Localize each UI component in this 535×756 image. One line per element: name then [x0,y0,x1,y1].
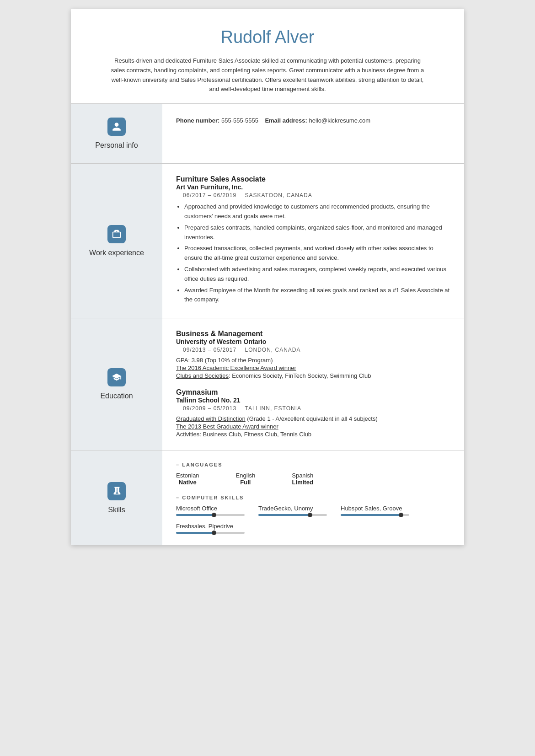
skill-microsoft: Microsoft Office [176,505,249,516]
skills-label: Skills [108,506,125,514]
award-1: The 2016 Academic Excellence Award winne… [176,365,450,371]
job-dates: 06/2017 – 06/2019 [183,192,236,198]
spanish-level: Limited [292,479,313,486]
skill-hubspot-fill [341,514,401,516]
language-english: English Full [236,472,256,486]
work-experience-left: Work experience [71,164,162,318]
skill-tradegecko-fill [258,514,310,516]
degree-2: Gymnasium [176,388,450,397]
skill-hubspot-name: Hubspot Sales, Groove [341,505,402,512]
skill-tradegecko-bar [258,514,327,516]
person-icon [112,122,122,132]
job-bullets: Approached and provided knowledge to cus… [176,202,450,305]
skills-grid: Microsoft Office TradeGecko, Unomy [176,505,450,516]
award-1-link: The 2016 Academic Excellence Award winne… [176,365,296,371]
personal-info-icon [107,118,126,136]
work-experience-icon [107,225,126,243]
job-date-location: 06/2017 – 06/2019 SASKATOON, CANADA [176,192,450,198]
languages-grid: Estonian Native English Full Spanish Lim… [176,472,450,486]
email-label: Email address: [265,117,307,124]
job-block: Furniture Sales Associate Art Van Furnit… [176,175,450,305]
school-2-dates: 09/2009 – 05/2013 TALLINN, ESTONIA [176,405,450,412]
school-2: Tallinn School No. 21 [176,397,450,404]
skill-microsoft-dot [212,513,216,517]
distinction-label: Graduated with Distinction [176,415,246,422]
english-level: Full [240,479,251,486]
personal-info-right: Phone number: 555-555-5555 Email address… [162,104,464,163]
language-estonian: Estonian Native [176,472,199,486]
school-1-dates: 09/2013 – 05/2017 LONDON, CANADA [176,347,450,353]
computer-skills-title: COMPUTER SKILLS [176,495,450,500]
award-2: The 2013 Best Graduate Award winner [176,423,450,430]
education-right: Business & Management University of West… [162,318,464,450]
languages-section: LANGUAGES Estonian Native English Full S… [176,462,450,486]
bullet-4: Collaborated with advertising and sales … [184,265,450,284]
resume-document: Rudolf Alver Results-driven and dedicate… [71,9,464,545]
job-location: SASKATOON, CANADA [245,192,312,198]
header-section: Rudolf Alver Results-driven and dedicate… [71,9,464,103]
education-left: Education [71,318,162,450]
edu-block-2: Gymnasium Tallinn School No. 21 09/2009 … [176,388,450,438]
skill-tradegecko-name: TradeGecko, Unomy [258,505,313,512]
estonian-level: Native [179,479,197,486]
graduation-icon [112,372,122,382]
skill-freshsales-bar [176,532,245,534]
language-spanish: Spanish Limited [292,472,313,486]
email-value: hello@kickresume.com [309,117,371,124]
skill-freshsales-dot [212,531,216,535]
english-name: English [236,472,256,479]
activities-line: Activities: Business Club, Fitness Club,… [176,431,450,438]
skill-freshsales-fill [176,532,214,534]
skill-microsoft-fill [176,514,214,516]
personal-info-left: Personal info [71,104,162,163]
school-2-location: TALLINN, ESTONIA [245,405,301,412]
bullet-2: Prepared sales contracts, handled compla… [184,223,450,242]
computer-skills-section: COMPUTER SKILLS Microsoft Office TradeGe… [176,495,450,534]
personal-info-details: Phone number: 555-555-5555 Email address… [176,115,450,126]
education-label: Education [100,392,133,400]
degree-1: Business & Management [176,330,450,338]
skill-tradegecko: TradeGecko, Unomy [258,505,332,516]
work-experience-right: Furniture Sales Associate Art Van Furnit… [162,164,464,318]
award-2-link: The 2013 Best Graduate Award winner [176,423,278,430]
candidate-name: Rudolf Alver [98,27,437,47]
personal-info-label: Personal info [95,141,138,150]
summary-text: Results-driven and dedicated Furniture S… [98,56,437,94]
education-icon [107,368,126,386]
distinction-line: Graduated with Distinction (Grade 1 - A/… [176,415,450,422]
job-title: Furniture Sales Associate [176,175,450,183]
edu-block-1: Business & Management University of West… [176,330,450,379]
school-1-location: LONDON, CANADA [245,347,300,353]
skills-section: Skills LANGUAGES Estonian Native English… [71,450,464,545]
gpa-line: GPA: 3.98 (Top 10% of the Program) [176,357,450,364]
skill-hubspot-dot [399,513,403,517]
education-section: Education Business & Management Universi… [71,318,464,450]
phone-label: Phone number: [176,117,219,124]
skill-freshsales-name: Freshsales, Pipedrive [176,523,233,530]
school-1: University of Western Ontario [176,338,450,345]
skills-right: LANGUAGES Estonian Native English Full S… [162,450,464,545]
bullet-3: Processed transactions, collected paymen… [184,244,450,263]
skill-tradegecko-dot [308,513,312,517]
company-name: Art Van Furniture, Inc. [176,183,450,191]
skill-hubspot: Hubspot Sales, Groove [341,505,414,516]
skill-freshsales: Freshsales, Pipedrive [176,523,249,534]
clubs-label: Clubs and Societies [176,372,229,379]
estonian-name: Estonian [176,472,199,479]
clubs-line: Clubs and Societies: Economics Society, … [176,372,450,379]
school-2-period: 09/2009 – 05/2013 [183,405,236,412]
phone-value: 555-555-5555 [221,117,258,124]
bullet-5: Awarded Employee of the Month for exceed… [184,286,450,305]
bullet-1: Approached and provided knowledge to cus… [184,202,450,221]
skill-microsoft-bar [176,514,245,516]
personal-info-section: Personal info Phone number: 555-555-5555… [71,103,464,163]
skills-grid-2: Freshsales, Pipedrive [176,523,450,534]
flask-icon [112,486,122,496]
activities-label: Activities [176,431,199,438]
skill-hubspot-bar [341,514,409,516]
skills-left: Skills [71,450,162,545]
languages-title: LANGUAGES [176,462,450,467]
spanish-name: Spanish [292,472,313,479]
work-experience-label: Work experience [89,249,144,257]
work-experience-section: Work experience Furniture Sales Associat… [71,163,464,318]
